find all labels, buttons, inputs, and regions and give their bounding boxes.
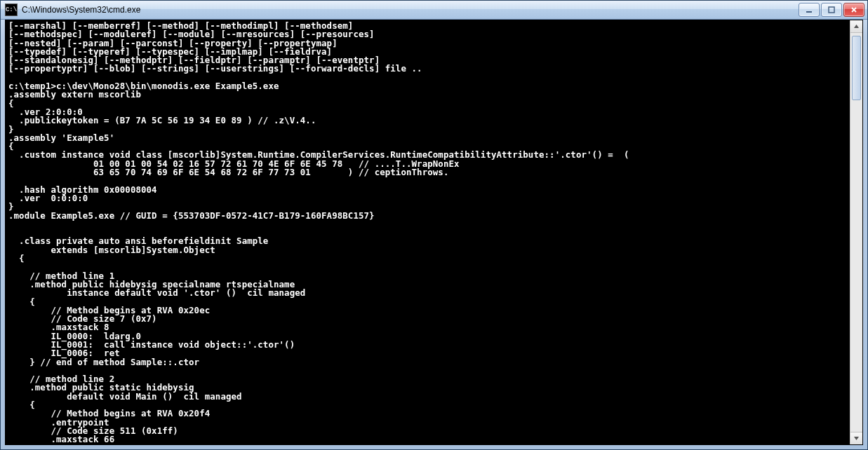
close-icon [850, 6, 857, 13]
svg-rect-0 [806, 11, 812, 13]
scroll-up-button[interactable] [850, 20, 862, 33]
command-prompt-window: C:\ C:\Windows\System32\cmd.exe [--marsh… [0, 0, 868, 450]
minimize-icon [806, 6, 813, 13]
maximize-button[interactable] [821, 3, 842, 17]
window-title: C:\Windows\System32\cmd.exe [22, 5, 799, 15]
scroll-track[interactable] [850, 33, 862, 432]
titlebar[interactable]: C:\ C:\Windows\System32\cmd.exe [1, 1, 867, 20]
minimize-button[interactable] [799, 3, 820, 17]
svg-rect-1 [829, 7, 834, 13]
vertical-scrollbar[interactable] [850, 20, 862, 444]
console-output[interactable]: [--marshal] [--memberref] [--method] [--… [6, 20, 850, 444]
scroll-thumb[interactable] [852, 36, 861, 100]
window-controls [799, 3, 864, 17]
maximize-icon [828, 6, 835, 13]
client-area: [--marshal] [--memberref] [--method] [--… [5, 20, 863, 445]
app-icon: C:\ [5, 4, 18, 16]
close-button[interactable] [843, 3, 864, 17]
chevron-up-icon [853, 23, 860, 29]
scroll-down-button[interactable] [850, 432, 862, 444]
chevron-down-icon [853, 435, 860, 442]
